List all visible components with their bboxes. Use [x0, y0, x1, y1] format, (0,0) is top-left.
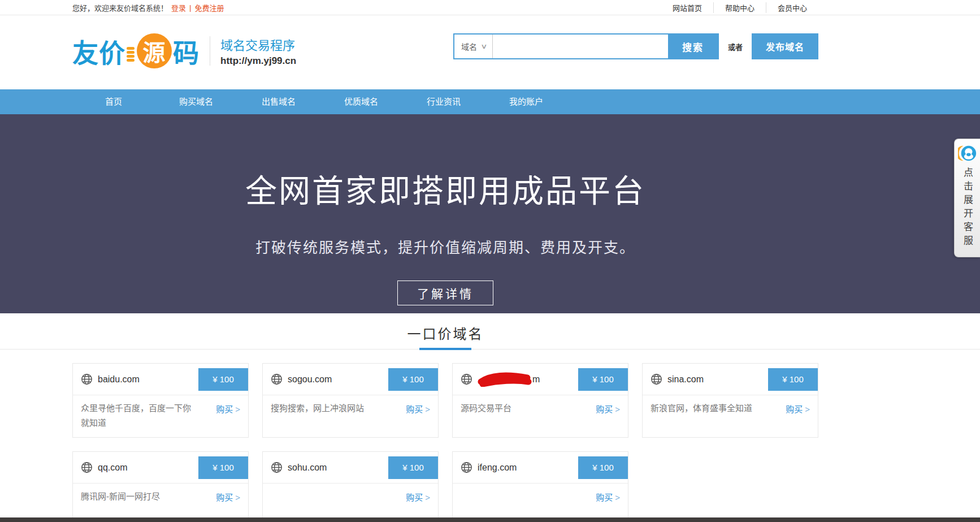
domain-name: sohu.com: [288, 463, 327, 473]
arrow-right-icon: >: [235, 493, 240, 502]
qq-icon: [958, 144, 977, 163]
welcome-text: 您好，欢迎来友价域名系统！: [72, 2, 168, 13]
site-tagline: 域名交易程序: [220, 35, 296, 53]
hero-title: 全网首家即搭即用成品平台: [72, 165, 818, 211]
hero-banner: 全网首家即搭即用成品平台 打破传统服务模式，提升价值缩减周期、费用及开支。 了解…: [0, 114, 980, 313]
price-badge: ¥ 100: [198, 456, 248, 479]
domain-description: 源码交易平台: [461, 401, 576, 425]
globe-icon: [81, 461, 93, 473]
logo-divider: [210, 36, 210, 66]
domain-description: 搜狗搜索，网上冲浪网站: [271, 401, 387, 425]
globe-icon: [271, 373, 283, 385]
price-badge: ¥ 100: [198, 368, 248, 391]
price-badge: ¥ 100: [388, 456, 438, 479]
arrow-right-icon: >: [805, 404, 810, 414]
site-url: http://ym.yj99.cn: [220, 55, 296, 67]
globe-icon: [461, 373, 472, 385]
arrow-right-icon: >: [425, 404, 430, 414]
domain-description: 众里寻他千百度，百度一下你就知道: [81, 401, 197, 430]
buy-link[interactable]: 购买>: [406, 401, 430, 425]
buy-link[interactable]: 购买>: [596, 489, 620, 513]
arrow-right-icon: >: [235, 404, 240, 414]
header: 友价 源 码 域名交易程序 http://ym.yj99.cn 域名 ∨ 搜索 …: [0, 15, 980, 89]
globe-icon: [271, 461, 283, 473]
buy-link[interactable]: 购买>: [216, 489, 240, 513]
domain-name: m: [532, 374, 540, 385]
logo-text-right: 码: [173, 32, 200, 70]
hero-subtitle: 打破传统服务模式，提升价值缩减周期、费用及开支。: [72, 236, 818, 257]
price-badge: ¥ 100: [578, 456, 628, 479]
topbar: 您好，欢迎来友价域名系统！ 登录 | 免费注册 网站首页 帮助中心 会员中心: [0, 0, 980, 15]
domain-card-baidu: baidu.com ¥ 100 众里寻他千百度，百度一下你就知道 购买>: [72, 363, 249, 438]
globe-icon: [461, 461, 472, 473]
customer-service-tab[interactable]: 点击展开客服: [954, 139, 980, 257]
learn-more-button[interactable]: 了解详情: [397, 281, 493, 305]
nav-item-home[interactable]: 首页: [72, 89, 155, 114]
globe-icon: [651, 373, 662, 385]
price-badge: ¥ 100: [388, 368, 438, 391]
price-badge: ¥ 100: [768, 368, 818, 391]
nav-item-buy-domain[interactable]: 购买域名: [155, 89, 237, 114]
publish-domain-button[interactable]: 发布域名: [752, 33, 818, 59]
section-title: 一口价域名: [407, 313, 484, 343]
search-button[interactable]: 搜索: [668, 34, 718, 58]
arrow-right-icon: >: [615, 404, 620, 414]
section-title-underline: [419, 348, 471, 350]
domain-description: [271, 489, 387, 513]
domain-name: qq.com: [98, 463, 127, 473]
nav-item-my-account[interactable]: 我的账户: [485, 89, 567, 114]
topbar-link-help[interactable]: 帮助中心: [713, 2, 766, 13]
globe-icon: [81, 373, 93, 385]
domain-card-ifeng: ifeng.com ¥ 100 购买>: [452, 451, 628, 520]
buy-link[interactable]: 购买>: [216, 401, 240, 430]
nav-item-industry-news[interactable]: 行业资讯: [402, 89, 485, 114]
search-category-select[interactable]: 域名 ∨: [454, 34, 493, 58]
search-box: 域名 ∨ 搜索: [453, 33, 719, 59]
domain-name: baidu.com: [98, 374, 140, 385]
site-logo[interactable]: 友价 源 码: [72, 32, 200, 70]
price-badge: ¥ 100: [578, 368, 628, 391]
arrow-right-icon: >: [425, 493, 430, 502]
buy-link[interactable]: 购买>: [596, 401, 620, 425]
search-input[interactable]: [493, 34, 668, 58]
register-link[interactable]: 免费注册: [194, 2, 224, 13]
topbar-link-home[interactable]: 网站首页: [661, 2, 713, 13]
buy-link[interactable]: 购买>: [786, 401, 810, 425]
domain-description: [461, 489, 576, 513]
domain-card-redacted: m ¥ 100 源码交易平台 购买>: [452, 363, 628, 438]
domain-description: 新浪官网，体育盛事全知道: [651, 401, 766, 425]
logo-text-left: 友价: [72, 32, 125, 70]
domain-card-grid: baidu.com ¥ 100 众里寻他千百度，百度一下你就知道 购买> sog…: [72, 363, 818, 520]
domain-card-sogou: sogou.com ¥ 100 搜狗搜索，网上冲浪网站 购买>: [262, 363, 439, 438]
domain-card-sina: sina.com ¥ 100 新浪官网，体育盛事全知道 购买>: [642, 363, 818, 438]
topbar-link-member[interactable]: 会员中心: [766, 2, 818, 13]
footer-bar: [0, 517, 980, 522]
buy-link[interactable]: 购买>: [406, 489, 430, 513]
login-link[interactable]: 登录: [171, 2, 186, 13]
search-category-value: 域名: [461, 41, 477, 52]
main-nav: 首页 购买域名 出售域名 优质域名 行业资讯 我的账户: [0, 89, 980, 114]
chevron-down-icon: ∨: [480, 42, 487, 50]
section-header: 一口价域名: [0, 313, 980, 350]
domain-name: sina.com: [667, 374, 704, 385]
redaction-scribble: [478, 372, 532, 387]
coin-stack-icon: [127, 40, 135, 62]
domain-name: ifeng.com: [478, 463, 517, 473]
nav-item-sell-domain[interactable]: 出售域名: [237, 89, 320, 114]
arrow-right-icon: >: [615, 493, 620, 502]
topbar-divider: |: [189, 3, 191, 12]
or-label: 或者: [728, 41, 743, 52]
nav-item-premium-domain[interactable]: 优质域名: [320, 89, 402, 114]
domain-name: sogou.com: [288, 374, 332, 385]
domain-card-qq: qq.com ¥ 100 腾讯网-新闻一网打尽 购买>: [72, 451, 249, 520]
logo-orange-circle: 源: [137, 33, 172, 68]
domain-description: 腾讯网-新闻一网打尽: [81, 489, 197, 513]
domain-card-sohu: sohu.com ¥ 100 购买>: [262, 451, 439, 520]
customer-service-label: 点击展开客服: [960, 167, 974, 249]
